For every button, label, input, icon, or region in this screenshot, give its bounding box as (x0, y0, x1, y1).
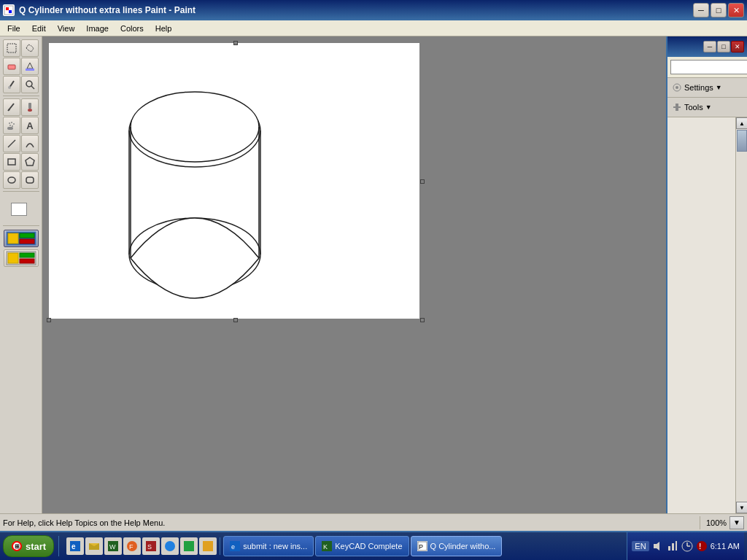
tool-free-select[interactable] (21, 39, 39, 57)
tool-zoom[interactable] (21, 76, 39, 93)
drawing-canvas[interactable] (48, 42, 420, 319)
tool-select-rect[interactable] (3, 39, 20, 57)
resize-handle-bottom-center[interactable] (233, 318, 238, 322)
ql-icon-6[interactable] (161, 537, 179, 555)
tool-rect[interactable] (3, 153, 20, 171)
svg-rect-28 (20, 233, 34, 238)
svg-point-24 (8, 177, 15, 183)
menu-edit[interactable]: Edit (26, 23, 52, 34)
svg-rect-13 (28, 103, 31, 109)
menu-colors[interactable]: Colors (115, 23, 150, 34)
menu-file[interactable]: File (1, 23, 26, 34)
tool-brush[interactable] (21, 98, 39, 116)
minimize-button[interactable]: ─ (693, 3, 709, 18)
tools-label: Tools (684, 103, 703, 112)
tool-text[interactable]: A (21, 117, 39, 134)
start-button[interactable]: ⊞ start (3, 535, 54, 557)
zoom-dropdown-btn[interactable]: ▼ (729, 516, 744, 529)
status-right: 100% ▼ (700, 516, 744, 529)
tool-curve[interactable] (21, 135, 39, 152)
maximize-button[interactable]: □ (711, 3, 727, 18)
svg-rect-72 (672, 543, 674, 551)
svg-text:P: P (419, 543, 423, 551)
ql-icon-7[interactable] (180, 537, 198, 555)
svg-text:W: W (109, 543, 116, 551)
quick-launch: e W F S (63, 537, 220, 555)
svg-text:!: ! (699, 542, 701, 551)
right-side-panel: ─ □ ✕ Settings ▼ Tools ▼ (666, 36, 747, 513)
tool-ellipse[interactable] (3, 171, 20, 189)
tool-pencil[interactable] (3, 98, 20, 116)
resize-handle-bottom-right[interactable] (420, 318, 425, 322)
side-content (667, 117, 735, 513)
settings-label: Settings (684, 83, 713, 92)
speaker-icon (652, 540, 664, 552)
ql-icon-5[interactable]: S (142, 537, 160, 555)
ql-icon-3[interactable]: W (104, 537, 122, 555)
svg-point-60 (165, 541, 175, 551)
tool-color-pick[interactable] (3, 76, 20, 93)
svg-text:F: F (129, 543, 133, 551)
svg-point-9 (26, 81, 32, 87)
canvas-area[interactable] (42, 36, 666, 513)
menu-view[interactable]: View (52, 23, 81, 34)
svg-text:⊞: ⊞ (15, 543, 20, 550)
side-minimize-btn[interactable]: ─ (703, 41, 716, 52)
tool-eraser[interactable] (3, 58, 20, 75)
tool-polygon[interactable] (21, 153, 39, 171)
ql-icon-2[interactable] (85, 537, 103, 555)
side-maximize-btn[interactable]: □ (717, 41, 730, 52)
app-icon (3, 4, 15, 16)
ql-icon-8[interactable] (199, 537, 217, 555)
tools-btn[interactable]: Tools ▼ (670, 101, 744, 114)
tool-spray[interactable] (3, 117, 20, 134)
scroll-up-btn[interactable]: ▲ (736, 117, 747, 129)
resize-handle-right[interactable] (420, 179, 425, 184)
network-icon (667, 540, 678, 552)
svg-point-8 (8, 86, 11, 89)
svg-rect-46 (676, 104, 678, 111)
menu-help[interactable]: Help (150, 23, 178, 34)
svg-point-38 (131, 92, 259, 162)
svg-point-44 (676, 86, 678, 89)
side-search-input[interactable] (670, 60, 747, 74)
tool-special-1[interactable] (4, 230, 39, 247)
resize-handle-top[interactable] (233, 41, 238, 45)
taskbar-item-0[interactable]: e submit : new ins... (223, 536, 314, 556)
status-bar: For Help, click Help Topics on the Help … (0, 513, 747, 531)
svg-point-18 (9, 125, 11, 126)
svg-point-14 (28, 109, 32, 112)
tool-line[interactable] (3, 135, 20, 152)
foreground-color[interactable] (11, 203, 27, 216)
svg-rect-61 (184, 541, 194, 551)
svg-point-17 (13, 123, 15, 125)
tool-fill[interactable] (21, 58, 39, 75)
taskbar-item-1[interactable]: K KeyCAD Complete (315, 536, 409, 556)
scroll-thumb[interactable] (737, 130, 747, 152)
side-scrollbar: ▲ ▼ (735, 117, 747, 513)
ql-icon-1[interactable]: e (66, 537, 84, 555)
resize-handle-left[interactable] (47, 318, 51, 322)
settings-btn[interactable]: Settings ▼ (670, 81, 744, 94)
svg-rect-32 (20, 253, 34, 257)
left-toolbar: A (0, 36, 42, 513)
svg-rect-27 (8, 233, 18, 244)
side-close-btn[interactable]: ✕ (731, 41, 744, 52)
scroll-down-btn[interactable]: ▼ (736, 502, 747, 513)
svg-rect-2 (9, 10, 12, 13)
svg-line-21 (8, 140, 15, 147)
taskbar-divider (58, 536, 59, 556)
taskbar: ⊞ start e W F S e submi (0, 531, 747, 560)
svg-rect-62 (203, 541, 213, 551)
svg-marker-70 (654, 542, 659, 551)
menu-image[interactable]: Image (80, 23, 115, 34)
svg-rect-22 (8, 159, 15, 165)
window-controls: ─ □ ✕ (693, 3, 744, 18)
ql-icon-4[interactable]: F (123, 537, 141, 555)
tools-dropdown-icon: ▼ (705, 104, 712, 111)
svg-line-10 (31, 86, 34, 89)
tool-special-2[interactable] (4, 249, 39, 267)
tool-rounded-rect[interactable] (21, 171, 39, 189)
taskbar-item-2[interactable]: P Q Cylinder witho... (411, 536, 503, 556)
close-button[interactable]: ✕ (728, 3, 744, 18)
